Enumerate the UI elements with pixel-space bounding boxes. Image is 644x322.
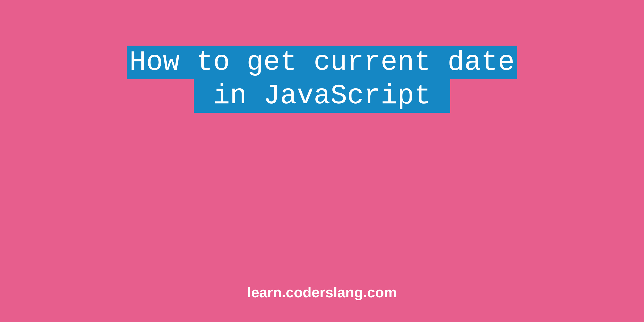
title-container: How to get current date in JavaScript — [0, 46, 644, 113]
title-line-1: How to get current date — [127, 46, 517, 79]
title-line-wrapper-2: in JavaScript — [0, 79, 644, 113]
footer-text: learn.coderslang.com — [0, 284, 644, 301]
title-line-wrapper-1: How to get current date — [0, 46, 644, 79]
title-line-2: in JavaScript — [194, 79, 450, 113]
